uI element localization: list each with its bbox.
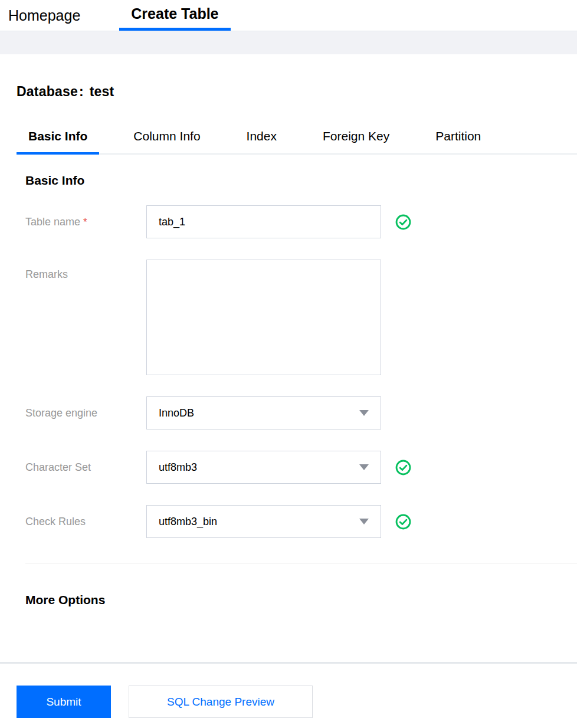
database-name: test: [90, 84, 114, 99]
storage-engine-select[interactable]: InnoDB: [146, 396, 381, 429]
success-check-icon: [395, 460, 411, 476]
database-title: Database:test: [17, 84, 577, 100]
basic-info-form: Basic Info Table name* Remarks: [17, 173, 577, 607]
sql-change-preview-button[interactable]: SQL Change Preview: [129, 686, 313, 718]
table-name-row: Table name*: [25, 205, 577, 238]
storage-engine-row: Storage engine InnoDB: [25, 396, 577, 429]
remarks-textarea[interactable]: [146, 260, 381, 375]
check-rules-row: Check Rules utf8mb3_bin: [25, 505, 577, 538]
database-label: Database: [17, 84, 78, 99]
toolbar-strip: [0, 31, 577, 54]
dropdown-arrow-icon: [359, 464, 369, 470]
success-check-icon: [395, 214, 411, 230]
check-rules-label: Check Rules: [25, 516, 146, 528]
basic-info-heading: Basic Info: [25, 173, 577, 188]
window-tab-bar: Homepage Create Table: [0, 0, 577, 31]
database-colon: :: [79, 84, 84, 99]
table-name-label: Table name*: [25, 216, 146, 228]
table-name-input[interactable]: [146, 205, 381, 238]
character-set-row: Character Set utf8mb3: [25, 451, 577, 484]
check-rules-select[interactable]: utf8mb3_bin: [146, 505, 381, 538]
tab-create-table[interactable]: Create Table: [119, 0, 230, 31]
tab-homepage[interactable]: Homepage: [6, 0, 83, 31]
character-set-label: Character Set: [25, 461, 146, 474]
character-set-select[interactable]: utf8mb3: [146, 451, 381, 484]
character-set-value: utf8mb3: [159, 461, 197, 474]
remarks-label: Remarks: [25, 268, 146, 281]
remarks-row: Remarks: [25, 260, 577, 375]
check-rules-value: utf8mb3_bin: [159, 516, 217, 528]
section-divider: [25, 563, 577, 563]
action-bar: Submit SQL Change Preview: [0, 662, 577, 723]
tab-basic-info[interactable]: Basic Info: [17, 129, 99, 153]
create-table-tab-bar: Basic Info Column Info Index Foreign Key…: [17, 129, 577, 155]
more-options-heading: More Options: [25, 593, 577, 607]
dropdown-arrow-icon: [359, 410, 369, 416]
tab-partition[interactable]: Partition: [424, 129, 493, 153]
success-check-icon: [395, 514, 411, 530]
main-content: Database:test Basic Info Column Info Ind…: [0, 84, 577, 607]
tab-foreign-key[interactable]: Foreign Key: [311, 129, 401, 153]
storage-engine-label: Storage engine: [25, 407, 146, 419]
required-asterisk: *: [83, 217, 87, 228]
submit-button[interactable]: Submit: [17, 686, 111, 718]
tab-index[interactable]: Index: [235, 129, 288, 153]
dropdown-arrow-icon: [359, 519, 369, 524]
storage-engine-value: InnoDB: [159, 407, 194, 419]
tab-column-info[interactable]: Column Info: [122, 129, 212, 153]
